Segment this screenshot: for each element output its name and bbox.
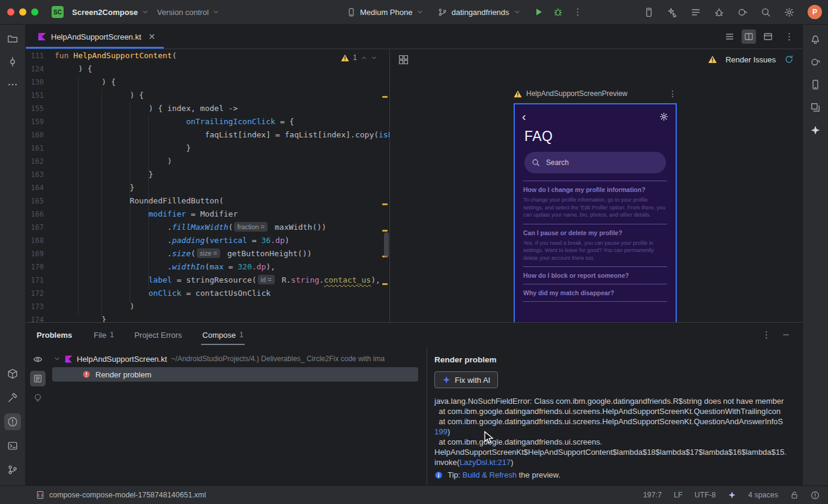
profiler-bug-icon[interactable] [714,7,724,17]
code-line[interactable]: 130) { [26,76,389,89]
settings-gear-icon[interactable] [659,112,668,121]
caret-position[interactable]: 197:7 [643,491,662,499]
build-refresh-link[interactable]: Build & Refresh [463,470,517,479]
code-line[interactable]: 165RoundedFilledButton( [26,194,389,208]
settings-gear-icon[interactable] [784,7,794,17]
notification-status-icon[interactable] [811,491,820,500]
debug-button[interactable] [553,7,563,17]
run-config-selector[interactable]: datingandfriends [438,8,520,17]
stack-link[interactable]: LazyDsl.kt:217 [460,458,511,467]
unlocked-icon[interactable] [790,491,799,499]
statusbar-file[interactable]: compose-compose-model-1758748140651.xml [36,491,206,499]
code-line[interactable]: 164} [26,181,389,194]
warning-stripe-mark[interactable] [382,283,388,285]
window-zoom-icon[interactable] [31,8,38,16]
lightbulb-icon[interactable] [30,390,46,406]
window-minimize-icon[interactable] [19,8,26,16]
tree-row-file[interactable]: HelpAndSupportScreen.kt ~/AndroidStudioP… [50,352,427,366]
code-line[interactable]: 151) { [26,89,389,102]
code-line[interactable]: 173) [26,300,389,313]
ai-assistant-icon[interactable] [667,7,677,17]
faq-question[interactable]: Can I pause or delete my profile? [523,229,667,236]
spark-icon[interactable] [728,491,736,499]
version-control-icon[interactable] [4,461,21,478]
problems-tool-icon[interactable] [4,413,21,430]
code-editor[interactable]: 111fun HelpAndSupportContent(124) {130) … [26,49,390,322]
chevron-up-icon[interactable] [361,55,367,61]
line-ending[interactable]: LF [674,491,683,499]
project-selector[interactable]: Screen2Compose [72,8,149,17]
project-folder-icon[interactable] [4,31,21,47]
problems-tab-compose[interactable]: Compose1 [202,323,243,347]
gallery-view-icon[interactable] [398,55,409,65]
editor-scrollbar[interactable] [384,232,389,257]
notifications-bell-icon[interactable] [807,31,824,47]
stack-link[interactable]: 199 [434,427,448,436]
commit-icon[interactable] [4,53,21,70]
hide-panel-icon[interactable] [782,331,790,339]
details-view-icon[interactable] [30,371,46,386]
code-line[interactable]: 159onTrailingIconClick = { [26,115,389,128]
warning-stripe-mark[interactable] [382,230,388,232]
preview-device-frame[interactable]: ‹ FAQ Search How do I change my profile … [514,103,677,322]
device-mirroring-icon[interactable] [644,7,654,17]
back-arrow-icon[interactable]: ‹ [522,110,526,122]
gradle-sync-icon[interactable] [737,7,748,17]
tab-close-icon[interactable]: ✕ [148,32,155,41]
faq-question[interactable]: How do I block or report someone? [523,272,667,279]
faq-question[interactable]: Why did my match disappear? [523,289,667,296]
chevron-down-icon[interactable] [371,55,377,61]
build-hammer-icon[interactable] [4,389,21,406]
terminal-icon[interactable] [4,437,21,454]
warning-stripe-mark[interactable] [382,203,388,205]
faq-search-bar[interactable]: Search [524,152,666,173]
run-button[interactable] [534,7,544,17]
fix-with-ai-button[interactable]: Fix with AI [434,371,498,388]
code-line[interactable]: 166modifier = Modifier [26,208,389,221]
split-view-icon[interactable] [742,29,756,44]
code-line[interactable]: 170.widthIn(max = 320.dp), [26,260,389,274]
device-manager-icon[interactable] [807,76,824,93]
preview-eye-icon[interactable] [30,352,46,367]
preview-name-row[interactable]: HelpAndSupportScreenPreview ⋮ [514,89,677,98]
vcs-widget[interactable]: Version control [157,8,220,17]
code-view-icon[interactable] [722,29,737,44]
more-tool-windows-icon[interactable] [4,76,21,93]
panel-options-icon[interactable]: ⋮ [762,329,771,340]
gemini-star-icon[interactable] [807,122,824,139]
gradle-icon[interactable] [807,53,824,70]
code-line[interactable]: 167.fillMaxWidth(fraction = maxWidth()) [26,221,389,234]
more-run-options-icon[interactable]: ⋮ [574,7,583,17]
code-line[interactable]: 124) { [26,62,389,76]
preview-options-icon[interactable]: ⋮ [668,89,677,98]
code-line[interactable]: 172onClick = contactUsOnClick [26,287,389,300]
file-encoding[interactable]: UTF-8 [695,491,716,499]
problems-tab-file[interactable]: File1 [94,323,114,347]
design-view-icon[interactable] [761,29,775,44]
inspection-widget[interactable]: 1 [341,53,377,62]
faq-question[interactable]: How do I change my profile information? [523,186,667,193]
code-lines[interactable]: 111fun HelpAndSupportContent(124) {130) … [26,49,389,322]
code-line[interactable]: 171label = stringResource(id = R.string.… [26,274,389,287]
code-line[interactable]: 160faqList[index] = faqList[index].copy(… [26,128,389,142]
refresh-icon[interactable] [784,55,794,64]
device-selector[interactable]: Medium Phone [347,8,424,17]
problems-tab-project-errors[interactable]: Project Errors [134,323,182,347]
layout-inspector-icon[interactable] [807,99,824,116]
indent-setting[interactable]: 4 spaces [748,491,778,499]
editor-tab[interactable]: HelpAndSupportScreen.kt ✕ [26,25,164,49]
code-line[interactable]: 111fun HelpAndSupportContent( [26,49,389,62]
search-icon[interactable] [761,7,771,17]
code-line[interactable]: 155) { index, model -> [26,102,389,115]
code-line[interactable]: 174} [26,313,389,322]
code-line[interactable]: 169.size(size = getButtonHeight()) [26,247,389,260]
editor-options-icon[interactable]: ⋮ [785,31,794,42]
structure-lines-icon[interactable] [691,7,701,17]
user-avatar[interactable]: P [808,5,822,19]
packages-icon[interactable] [4,365,21,382]
collapse-chevron-icon[interactable] [53,355,61,362]
warning-stripe-mark[interactable] [382,96,388,98]
code-line[interactable]: 168.padding(vertical = 36.dp) [26,234,389,247]
code-line[interactable]: 163} [26,168,389,181]
tree-row-render-problem[interactable]: Render problem [52,367,418,382]
